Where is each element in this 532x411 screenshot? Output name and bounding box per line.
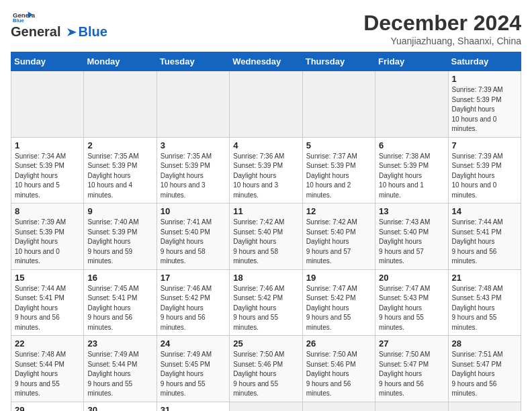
day-info: Sunrise: 7:42 AMSunset: 5:40 PMDaylight …: [233, 218, 298, 267]
calendar-cell: [375, 71, 448, 138]
day-number: 26: [306, 338, 371, 349]
calendar-cell: 9Sunrise: 7:40 AMSunset: 5:39 PMDaylight…: [84, 203, 157, 270]
day-number: 20: [379, 273, 444, 283]
calendar-cell: 24Sunrise: 7:49 AMSunset: 5:45 PMDayligh…: [157, 336, 229, 402]
month-title: December 2024: [363, 11, 521, 36]
day-info: Sunrise: 7:35 AMSunset: 5:39 PMDaylight …: [161, 152, 226, 201]
calendar-cell: [11, 71, 84, 138]
day-info: Sunrise: 7:49 AMSunset: 5:44 PMDaylight …: [87, 350, 152, 399]
calendar-cell: 31Sunrise: 7:52 AMSunset: 5:49 PMDayligh…: [157, 402, 229, 411]
day-number: 31: [161, 405, 226, 412]
calendar-week-2: 1Sunrise: 7:34 AMSunset: 5:39 PMDaylight…: [11, 137, 521, 203]
day-number: 5: [306, 140, 371, 150]
weekday-header-thursday: Thursday: [302, 52, 375, 71]
calendar-cell: 3Sunrise: 7:35 AMSunset: 5:39 PMDaylight…: [157, 137, 229, 203]
day-number: 14: [452, 206, 517, 216]
calendar-cell: 18Sunrise: 7:46 AMSunset: 5:42 PMDayligh…: [230, 269, 302, 336]
day-number: 28: [452, 338, 517, 349]
calendar-cell: 20Sunrise: 7:47 AMSunset: 5:43 PMDayligh…: [375, 269, 448, 336]
day-info: Sunrise: 7:44 AMSunset: 5:41 PMDaylight …: [15, 284, 80, 333]
day-number: 7: [452, 140, 517, 150]
calendar-cell: [302, 71, 375, 138]
day-number: 19: [306, 273, 371, 283]
svg-text:Blue: Blue: [13, 17, 25, 23]
day-number: 9: [87, 206, 152, 216]
day-number: 11: [233, 206, 298, 216]
calendar-week-5: 22Sunrise: 7:48 AMSunset: 5:44 PMDayligh…: [11, 336, 521, 402]
calendar-cell: 10Sunrise: 7:41 AMSunset: 5:40 PMDayligh…: [157, 203, 229, 270]
day-number: 2: [87, 140, 152, 150]
calendar-cell: 17Sunrise: 7:46 AMSunset: 5:42 PMDayligh…: [157, 269, 229, 336]
day-info: Sunrise: 7:42 AMSunset: 5:40 PMDaylight …: [306, 218, 371, 267]
calendar-cell: 1Sunrise: 7:39 AMSunset: 5:39 PMDaylight…: [448, 71, 521, 138]
day-info: Sunrise: 7:49 AMSunset: 5:45 PMDaylight …: [161, 350, 226, 399]
weekday-header-tuesday: Tuesday: [157, 52, 229, 71]
calendar-cell: 6Sunrise: 7:38 AMSunset: 5:39 PMDaylight…: [375, 137, 448, 203]
day-info: Sunrise: 7:36 AMSunset: 5:39 PMDaylight …: [233, 152, 298, 201]
logo-bird-icon: [62, 26, 77, 39]
calendar-cell: [84, 71, 157, 138]
day-number: 17: [161, 273, 226, 283]
weekday-header-saturday: Saturday: [448, 52, 521, 71]
day-info: Sunrise: 7:39 AMSunset: 5:39 PMDaylight …: [15, 218, 80, 267]
day-number: 21: [452, 273, 517, 283]
day-number: 12: [306, 206, 371, 216]
day-number: 29: [15, 405, 80, 412]
day-info: Sunrise: 7:47 AMSunset: 5:43 PMDaylight …: [379, 284, 444, 333]
day-number: 23: [87, 338, 152, 349]
day-info: Sunrise: 7:44 AMSunset: 5:41 PMDaylight …: [452, 218, 517, 267]
day-number: 10: [161, 206, 226, 216]
day-number: 1: [452, 74, 517, 84]
day-info: Sunrise: 7:48 AMSunset: 5:43 PMDaylight …: [452, 284, 517, 333]
calendar-cell: [230, 402, 302, 411]
calendar-cell: 7Sunrise: 7:39 AMSunset: 5:39 PMDaylight…: [448, 137, 521, 203]
calendar-cell: 29Sunrise: 7:51 AMSunset: 5:48 PMDayligh…: [11, 402, 84, 411]
title-area: December 2024 Yuanjiazhuang, Shaanxi, Ch…: [363, 11, 521, 46]
day-info: Sunrise: 7:39 AMSunset: 5:39 PMDaylight …: [452, 85, 517, 134]
day-info: Sunrise: 7:35 AMSunset: 5:39 PMDaylight …: [87, 152, 152, 201]
calendar-cell: 23Sunrise: 7:49 AMSunset: 5:44 PMDayligh…: [84, 336, 157, 402]
calendar-cell: 8Sunrise: 7:39 AMSunset: 5:39 PMDaylight…: [11, 203, 84, 270]
day-info: Sunrise: 7:34 AMSunset: 5:39 PMDaylight …: [15, 152, 80, 201]
calendar-cell: 21Sunrise: 7:48 AMSunset: 5:43 PMDayligh…: [448, 269, 521, 336]
logo-icon: General Blue: [11, 11, 35, 23]
day-info: Sunrise: 7:50 AMSunset: 5:46 PMDaylight …: [306, 350, 371, 399]
weekday-header-friday: Friday: [375, 52, 448, 71]
weekday-header-wednesday: Wednesday: [230, 52, 302, 71]
day-info: Sunrise: 7:47 AMSunset: 5:42 PMDaylight …: [306, 284, 371, 333]
day-number: 1: [15, 140, 80, 150]
day-info: Sunrise: 7:39 AMSunset: 5:39 PMDaylight …: [452, 152, 517, 201]
calendar-week-3: 8Sunrise: 7:39 AMSunset: 5:39 PMDaylight…: [11, 203, 521, 270]
day-number: 8: [15, 206, 80, 216]
calendar-cell: 15Sunrise: 7:44 AMSunset: 5:41 PMDayligh…: [11, 269, 84, 336]
day-info: Sunrise: 7:48 AMSunset: 5:44 PMDaylight …: [15, 350, 80, 399]
svg-marker-3: [67, 28, 77, 36]
calendar-cell: [448, 402, 521, 411]
day-info: Sunrise: 7:51 AMSunset: 5:47 PMDaylight …: [452, 350, 517, 399]
calendar-week-4: 15Sunrise: 7:44 AMSunset: 5:41 PMDayligh…: [11, 269, 521, 336]
calendar-cell: 16Sunrise: 7:45 AMSunset: 5:41 PMDayligh…: [84, 269, 157, 336]
day-number: 30: [87, 405, 152, 412]
day-info: Sunrise: 7:50 AMSunset: 5:46 PMDaylight …: [233, 350, 298, 399]
weekday-header-sunday: Sunday: [11, 52, 84, 71]
page-header: General Blue General Blue December 2024 …: [11, 11, 521, 46]
day-number: 24: [161, 338, 226, 349]
day-info: Sunrise: 7:46 AMSunset: 5:42 PMDaylight …: [161, 284, 226, 333]
day-number: 4: [233, 140, 298, 150]
logo: General Blue General Blue: [11, 11, 107, 40]
day-info: Sunrise: 7:37 AMSunset: 5:39 PMDaylight …: [306, 152, 371, 201]
day-number: 6: [379, 140, 444, 150]
day-number: 16: [87, 273, 152, 283]
calendar-cell: [157, 71, 229, 138]
calendar-week-6: 29Sunrise: 7:51 AMSunset: 5:48 PMDayligh…: [11, 402, 521, 411]
calendar-cell: 14Sunrise: 7:44 AMSunset: 5:41 PMDayligh…: [448, 203, 521, 270]
calendar-cell: 11Sunrise: 7:42 AMSunset: 5:40 PMDayligh…: [230, 203, 302, 270]
calendar-cell: 1Sunrise: 7:34 AMSunset: 5:39 PMDaylight…: [11, 137, 84, 203]
day-number: 27: [379, 338, 444, 349]
calendar-cell: [230, 71, 302, 138]
day-info: Sunrise: 7:38 AMSunset: 5:39 PMDaylight …: [379, 152, 444, 201]
day-info: Sunrise: 7:41 AMSunset: 5:40 PMDaylight …: [161, 218, 226, 267]
logo-blue: Blue: [78, 24, 107, 40]
calendar-cell: 13Sunrise: 7:43 AMSunset: 5:40 PMDayligh…: [375, 203, 448, 270]
calendar-cell: 4Sunrise: 7:36 AMSunset: 5:39 PMDaylight…: [230, 137, 302, 203]
